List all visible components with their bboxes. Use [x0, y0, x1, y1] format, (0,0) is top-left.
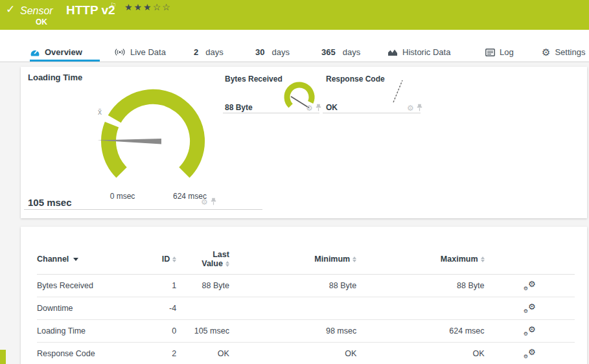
tab-label: days: [205, 47, 223, 57]
channel-settings-icon[interactable]: ⚙⚙: [524, 326, 536, 337]
tab-label: Live Data: [130, 47, 166, 57]
channel-id: 0: [156, 326, 176, 336]
response-code-value: OK: [326, 103, 338, 112]
channel-name[interactable]: Loading Time: [37, 326, 86, 336]
loading-time-footer-icons: ⚙: [201, 198, 216, 206]
pin-icon[interactable]: [211, 198, 216, 206]
channel-last-value: OK: [176, 349, 229, 358]
channel-settings-icon[interactable]: ⚙⚙: [524, 348, 536, 359]
gear-icon: ⚙: [542, 47, 550, 57]
tab-label: Log: [500, 47, 514, 57]
tab-label: Settings: [555, 47, 585, 57]
tab-log[interactable]: Log: [485, 47, 514, 57]
channel-name[interactable]: Response Code: [37, 349, 95, 358]
bytes-received-footer-icons: ⚙: [306, 104, 321, 112]
tab-historic-data[interactable]: Historic Data: [387, 47, 450, 57]
tab-bar: Overview Live Data 2 days 30 days 365 da…: [0, 30, 589, 62]
table-row: Response Code 2 OK OK OK ⚙⚙: [37, 343, 575, 364]
header-label: ID: [162, 255, 170, 264]
gauge-icon: [30, 48, 40, 57]
header-label: Last: [213, 250, 229, 259]
tab-overview[interactable]: Overview: [30, 47, 82, 57]
gauge-scale-min: 0 msec: [107, 192, 138, 201]
pin-icon[interactable]: [417, 104, 422, 112]
channel-maximum: 88 Byte: [356, 281, 484, 290]
response-code-footer-icons: ⚙: [407, 104, 422, 112]
channel-id: 2: [156, 349, 176, 358]
column-header-maximum[interactable]: Maximum: [356, 255, 484, 264]
table-header-row: Channel ID Last Value: [37, 244, 575, 275]
channel-last-value: 88 Byte: [176, 281, 229, 290]
header-label: Minimum: [314, 255, 350, 264]
active-tab-underline: [30, 60, 100, 62]
channel-settings-icon[interactable]: ⚙⚙: [524, 303, 536, 314]
loading-time-value: 105 msec: [28, 197, 72, 208]
broadcast-icon: [114, 48, 126, 56]
response-code-gauge-needle: [393, 80, 402, 102]
area-chart-icon: [387, 48, 398, 56]
channel-table-panel: Channel ID Last Value: [21, 227, 587, 364]
channel-name[interactable]: Downtime: [37, 304, 73, 313]
channel-last-value: 105 msec: [176, 326, 229, 336]
channel-minimum: 88 Byte: [229, 281, 356, 290]
sensor-status-text: OK: [36, 17, 47, 27]
divider: [323, 113, 421, 113]
bytes-received-value: 88 Byte: [225, 103, 253, 112]
channel-minimum: 98 msec: [229, 326, 356, 336]
channel-id: -4: [156, 304, 176, 313]
sensor-header-bar: ✓ Sensor HTTP v2 ⚐ ★★★☆☆ OK: [0, 0, 589, 30]
object-type-label: Sensor: [20, 5, 53, 17]
tab-settings[interactable]: ⚙ Settings: [542, 47, 585, 57]
flag-icon[interactable]: ⚐: [110, 1, 117, 10]
tab-label: Historic Data: [402, 47, 450, 57]
sensor-name: HTTP v2: [66, 3, 115, 17]
divider: [223, 113, 319, 113]
channel-maximum: OK: [356, 349, 484, 358]
bytes-received-gauge-arc: [287, 85, 312, 106]
tab-30-days[interactable]: 30 days: [255, 47, 290, 57]
header-label: Maximum: [441, 255, 478, 264]
tab-2-days[interactable]: 2 days: [194, 47, 224, 57]
sort-icon: [481, 256, 485, 262]
status-ok-check-icon: ✓: [6, 3, 15, 16]
divider: [24, 209, 262, 210]
column-header-channel[interactable]: Channel: [37, 255, 156, 264]
header-label: Value: [202, 259, 223, 268]
gauge-title-response-code: Response Code: [326, 74, 385, 84]
pin-icon[interactable]: [316, 104, 321, 112]
tab-live-data[interactable]: Live Data: [114, 47, 166, 57]
channel-name[interactable]: Bytes Received: [37, 281, 93, 290]
tab-number: 2: [194, 47, 198, 57]
channel-maximum: 624 msec: [356, 326, 484, 336]
channel-minimum: OK: [229, 349, 356, 358]
tab-label: days: [271, 47, 289, 57]
prtg-sensor-page: ✓ Sensor HTTP v2 ⚐ ★★★☆☆ OK Overview Liv…: [0, 0, 589, 364]
priority-stars[interactable]: ★★★☆☆: [124, 2, 172, 12]
tab-number: 30: [255, 47, 264, 57]
loading-time-gauge-arc: [109, 97, 198, 172]
gear-icon[interactable]: ⚙: [407, 104, 414, 112]
table-row: Loading Time 0 105 msec 98 msec 624 msec…: [37, 320, 575, 343]
overview-gauges-panel: Loading Time x̄ 0 msec 624 msec 105 msec…: [21, 67, 587, 218]
gauge-title-bytes-received: Bytes Received: [225, 74, 283, 84]
table-row: Downtime -4 ⚙⚙: [37, 297, 575, 320]
average-marker: x̄: [98, 108, 102, 117]
gear-icon[interactable]: ⚙: [201, 198, 208, 206]
channel-settings-icon[interactable]: ⚙⚙: [524, 280, 536, 291]
column-header-id[interactable]: ID: [156, 255, 176, 264]
gear-icon[interactable]: ⚙: [306, 104, 313, 112]
column-header-last-value[interactable]: Last Value: [176, 250, 229, 268]
header-label: Channel: [37, 255, 69, 264]
tab-label: Overview: [45, 47, 82, 57]
tab-number: 365: [321, 47, 336, 57]
tab-label: days: [343, 47, 360, 57]
sort-desc-icon: [73, 258, 78, 261]
column-header-minimum[interactable]: Minimum: [229, 255, 356, 264]
channel-table: Channel ID Last Value: [37, 244, 575, 364]
gauges-graphics: [21, 67, 587, 218]
log-list-icon: [485, 49, 495, 56]
tab-365-days[interactable]: 365 days: [321, 47, 360, 57]
table-row: Bytes Received 1 88 Byte 88 Byte 88 Byte…: [37, 275, 575, 297]
channel-id: 1: [156, 281, 176, 290]
background-element-sliver: [0, 350, 6, 364]
